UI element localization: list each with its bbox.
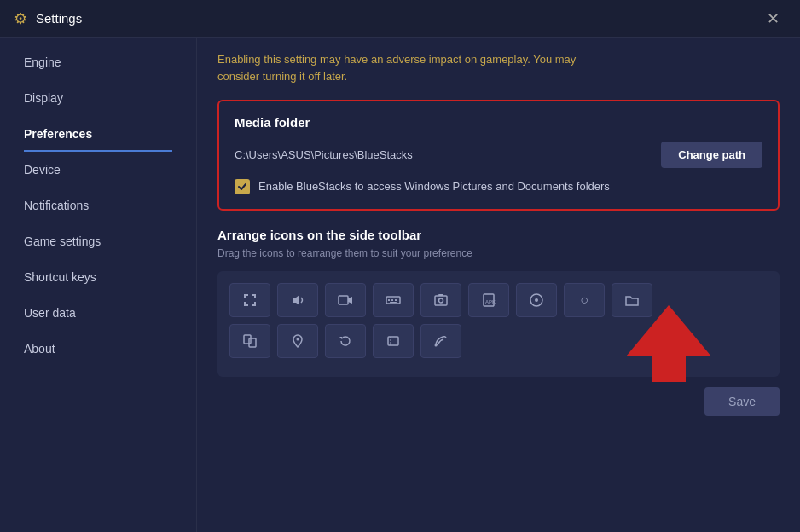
svg-point-17: [439, 298, 443, 303]
svg-rect-14: [395, 299, 397, 301]
svg-rect-23: [244, 335, 251, 344]
toolbar-icon-record[interactable]: [325, 283, 366, 317]
toolbar-icon-folder[interactable]: [612, 283, 652, 317]
svg-point-29: [435, 344, 438, 346]
svg-marker-26: [339, 337, 342, 339]
arrange-icons-section: Arrange icons on the side toolbar Drag t…: [217, 228, 780, 377]
enable-access-checkbox-row: Enable BlueStacks to access Windows Pict…: [235, 178, 762, 195]
svg-rect-12: [388, 299, 390, 301]
svg-rect-15: [390, 302, 397, 303]
toolbar-icon-screenshot[interactable]: [420, 283, 461, 317]
sidebar-item-notifications[interactable]: Notifications: [0, 188, 196, 223]
svg-rect-1: [244, 294, 246, 298]
icon-row-2: [229, 324, 768, 358]
warning-text: Enabling this setting may have an advers…: [217, 51, 780, 84]
toolbar-icon-location[interactable]: [277, 324, 318, 358]
svg-rect-16: [435, 296, 447, 305]
sidebar-item-engine[interactable]: Engine: [0, 44, 196, 80]
svg-rect-9: [339, 296, 348, 304]
save-row: Save: [217, 387, 780, 416]
arrange-icons-desc: Drag the icons to rearrange them to suit…: [217, 247, 780, 259]
sidebar: Engine Display Preferences Device Notifi…: [0, 38, 196, 532]
toolbar-icon-android-cast[interactable]: [420, 324, 461, 358]
close-button[interactable]: ✕: [760, 6, 786, 32]
icon-toolbar-grid: APK ○: [217, 271, 780, 377]
sidebar-item-game-settings[interactable]: Game settings: [0, 223, 196, 259]
svg-rect-13: [391, 299, 393, 301]
settings-icon: ⚙: [14, 9, 27, 28]
toolbar-icon-multi-instance[interactable]: [229, 324, 270, 358]
sidebar-item-display[interactable]: Display: [0, 80, 196, 116]
titlebar: ⚙ Settings ✕: [0, 0, 800, 38]
toolbar-icon-placeholder[interactable]: ○: [564, 283, 605, 317]
sidebar-item-device[interactable]: Device: [0, 152, 196, 188]
toolbar-icon-apk[interactable]: APK: [468, 283, 509, 317]
arrange-icons-title: Arrange icons on the side toolbar: [217, 228, 780, 242]
media-folder-path-row: C:\Users\ASUS\Pictures\BlueStacks Change…: [235, 142, 762, 168]
sidebar-item-preferences[interactable]: Preferences: [0, 116, 196, 152]
enable-access-label: Enable BlueStacks to access Windows Pict…: [258, 178, 610, 195]
sidebar-item-user-data[interactable]: User data: [0, 295, 196, 331]
change-path-button[interactable]: Change path: [661, 142, 762, 168]
media-folder-section: Media folder C:\Users\ASUS\Pictures\Blue…: [217, 100, 780, 211]
svg-rect-5: [244, 302, 246, 306]
svg-point-25: [297, 338, 299, 340]
icon-row-1: APK ○: [229, 283, 768, 317]
toolbar-icon-rotate[interactable]: [325, 324, 366, 358]
svg-rect-7: [254, 302, 256, 306]
svg-rect-18: [438, 294, 443, 296]
toolbar-icon-volume[interactable]: [277, 283, 318, 317]
content-area: Enabling this setting may have an advers…: [196, 38, 800, 532]
media-folder-title: Media folder: [235, 115, 762, 130]
sidebar-item-shortcut-keys[interactable]: Shortcut keys: [0, 259, 196, 295]
save-button[interactable]: Save: [704, 387, 780, 416]
svg-rect-3: [254, 294, 256, 298]
toolbar-icon-game-controls[interactable]: [516, 283, 557, 317]
svg-point-22: [535, 298, 538, 302]
window-title: Settings: [36, 11, 760, 26]
enable-access-checkbox[interactable]: [235, 179, 250, 194]
main-layout: Engine Display Preferences Device Notifi…: [0, 38, 800, 532]
toolbar-icon-keyboard[interactable]: [373, 283, 414, 317]
svg-text:APK: APK: [485, 299, 496, 304]
toolbar-icon-fullscreen[interactable]: [229, 283, 270, 317]
sidebar-item-about[interactable]: About: [0, 331, 196, 367]
svg-rect-27: [388, 337, 398, 345]
svg-marker-8: [293, 295, 299, 305]
toolbar-icon-eco[interactable]: [373, 324, 414, 358]
svg-rect-24: [249, 338, 256, 347]
media-folder-path: C:\Users\ASUS\Pictures\BlueStacks: [235, 148, 413, 161]
